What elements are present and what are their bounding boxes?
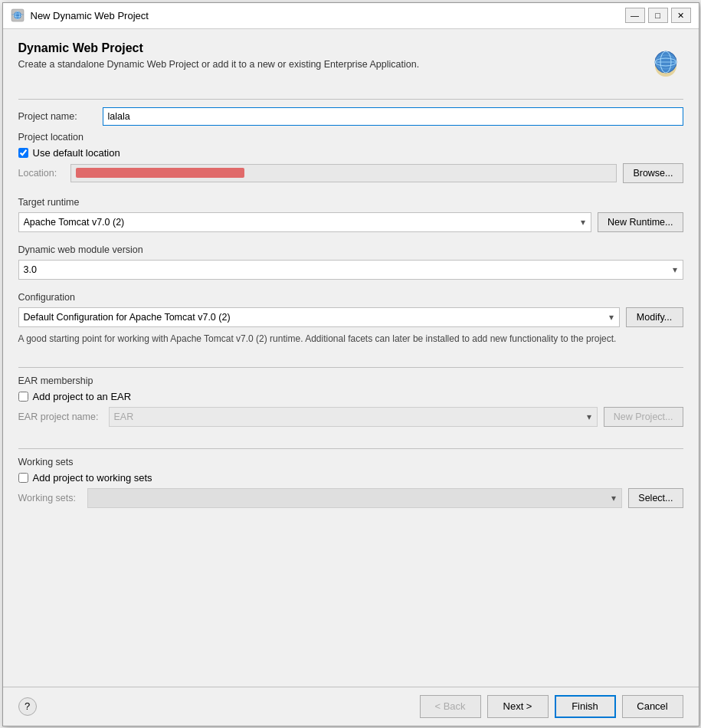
new-runtime-button[interactable]: New Runtime... <box>598 212 683 232</box>
separator-3 <box>18 448 683 449</box>
project-name-label: Project name: <box>18 111 103 122</box>
configuration-section: Configuration Default Configuration for … <box>18 292 683 352</box>
add-to-working-sets-checkbox[interactable] <box>18 473 28 483</box>
dialog-title: New Dynamic Web Project <box>31 10 619 21</box>
web-module-version-section: Dynamic web module version 3.0 <box>18 244 683 284</box>
target-runtime-row: Apache Tomcat v7.0 (2) New Runtime... <box>18 212 683 232</box>
help-button[interactable]: ? <box>18 697 37 716</box>
project-name-row: Project name: <box>18 107 683 126</box>
project-location-section: Project location Use default location Lo… <box>18 132 683 189</box>
add-to-working-sets-label: Add project to working sets <box>33 472 152 484</box>
svg-rect-4 <box>11 15 24 15</box>
working-sets-title: Working sets <box>18 457 683 467</box>
ear-project-name-row: EAR project name: EAR New Project... <box>18 407 683 427</box>
working-sets-section: Working sets Add project to working sets… <box>18 457 683 514</box>
browse-button[interactable]: Browse... <box>623 163 683 183</box>
add-to-working-sets-row: Add project to working sets <box>18 472 683 484</box>
configuration-info: A good starting point for working with A… <box>18 332 683 346</box>
new-project-button: New Project... <box>604 407 683 427</box>
next-button[interactable]: Next > <box>487 695 549 718</box>
location-redacted <box>76 168 244 178</box>
ear-membership-title: EAR membership <box>18 375 683 386</box>
target-runtime-title: Target runtime <box>18 197 683 208</box>
web-module-version-dropdown[interactable]: 3.0 <box>18 260 683 280</box>
page-description: Create a standalone Dynamic Web Project … <box>18 58 640 72</box>
web-module-version-dropdown-wrapper: 3.0 <box>18 260 683 280</box>
header-right <box>648 44 683 82</box>
add-to-ear-row: Add project to an EAR <box>18 391 683 402</box>
ear-membership-section: EAR membership Add project to an EAR EAR… <box>18 375 683 433</box>
footer-buttons: < Back Next > Finish Cancel <box>420 695 683 718</box>
add-to-ear-label: Add project to an EAR <box>33 391 132 402</box>
select-button[interactable]: Select... <box>628 488 683 508</box>
web-module-version-title: Dynamic web module version <box>18 244 683 255</box>
use-default-location-label: Use default location <box>33 147 120 159</box>
close-button[interactable]: ✕ <box>671 8 691 23</box>
target-runtime-dropdown-wrapper: Apache Tomcat v7.0 (2) <box>18 212 592 232</box>
web-module-version-row: 3.0 <box>18 260 683 280</box>
ear-project-name-dropdown-wrapper: EAR <box>109 407 598 427</box>
configuration-dropdown[interactable]: Default Configuration for Apache Tomcat … <box>18 307 620 327</box>
location-row: Location: Browse... <box>18 163 683 183</box>
separator-1 <box>18 99 683 100</box>
modify-button[interactable]: Modify... <box>626 307 683 327</box>
target-runtime-section: Target runtime Apache Tomcat v7.0 (2) Ne… <box>18 197 683 237</box>
configuration-row: Default Configuration for Apache Tomcat … <box>18 307 683 327</box>
location-label: Location: <box>18 168 64 179</box>
maximize-button[interactable]: □ <box>648 8 668 23</box>
working-sets-dropdown <box>87 488 623 508</box>
header-left: Dynamic Web Project Create a standalone … <box>18 41 640 72</box>
title-bar: New Dynamic Web Project — □ ✕ <box>3 3 699 29</box>
configuration-title: Configuration <box>18 292 683 303</box>
separator-2 <box>18 367 683 368</box>
globe-icon <box>648 44 683 80</box>
location-input-wrapper <box>70 164 617 182</box>
target-runtime-dropdown[interactable]: Apache Tomcat v7.0 (2) <box>18 212 592 232</box>
working-sets-row: Working sets: Select... <box>18 488 683 508</box>
working-sets-dropdown-wrapper <box>87 488 623 508</box>
ear-project-name-dropdown: EAR <box>109 407 598 427</box>
page-title: Dynamic Web Project <box>18 41 640 55</box>
ear-project-name-label: EAR project name: <box>18 412 103 422</box>
project-location-title: Project location <box>18 132 683 143</box>
footer: ? < Back Next > Finish Cancel <box>3 687 699 726</box>
header-row: Dynamic Web Project Create a standalone … <box>18 41 683 82</box>
dialog: New Dynamic Web Project — □ ✕ Dynamic We… <box>2 2 699 726</box>
working-sets-field-label: Working sets: <box>18 493 81 503</box>
window-controls: — □ ✕ <box>625 8 691 23</box>
svg-point-1 <box>14 11 21 19</box>
add-to-ear-checkbox[interactable] <box>18 392 28 402</box>
use-default-location-checkbox[interactable] <box>18 148 28 158</box>
content-area: Dynamic Web Project Create a standalone … <box>3 29 699 687</box>
configuration-dropdown-wrapper: Default Configuration for Apache Tomcat … <box>18 307 620 327</box>
dialog-icon <box>11 8 25 22</box>
minimize-button[interactable]: — <box>625 8 645 23</box>
finish-button[interactable]: Finish <box>555 695 616 718</box>
cancel-button[interactable]: Cancel <box>622 695 683 718</box>
project-name-input[interactable] <box>103 107 683 126</box>
back-button[interactable]: < Back <box>420 695 481 718</box>
use-default-location-row: Use default location <box>18 147 683 159</box>
